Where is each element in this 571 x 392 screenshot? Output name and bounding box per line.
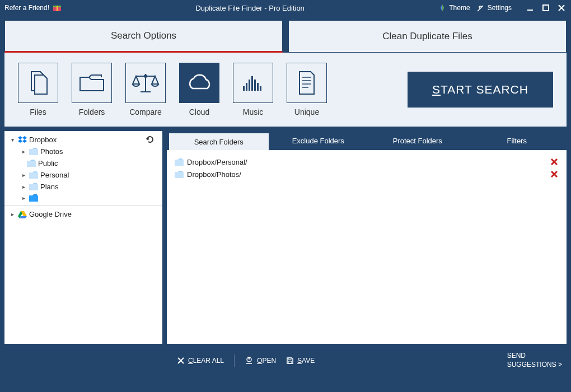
subtab-protect-folders[interactable]: Protect Folders xyxy=(368,131,467,150)
svg-rect-27 xyxy=(175,160,184,166)
app-title: Duplicate File Finder - Pro Edition xyxy=(62,4,438,12)
chevron-down-icon: ▾ xyxy=(9,137,16,143)
start-search-button[interactable]: START SEARCH xyxy=(408,72,553,108)
cloud-icon xyxy=(184,72,215,94)
close-button[interactable] xyxy=(556,3,567,13)
remove-icon[interactable] xyxy=(550,157,559,166)
refresh-icon[interactable] xyxy=(146,135,155,144)
search-folders-list: Dropbox/Personal/ Dropbox/Photos/ xyxy=(167,150,567,344)
mode-music[interactable]: Music xyxy=(233,63,273,116)
mode-cloud[interactable]: Cloud xyxy=(179,63,219,116)
subtab-label: Protect Folders xyxy=(393,137,442,145)
folder-icon xyxy=(29,194,38,202)
mode-compare[interactable]: Compare xyxy=(125,63,166,116)
files-icon xyxy=(26,69,50,96)
theme-button[interactable]: Theme xyxy=(438,4,470,12)
mode-label: Compare xyxy=(129,108,162,116)
svg-rect-2 xyxy=(57,6,58,11)
svg-rect-30 xyxy=(175,172,184,178)
list-item[interactable]: Dropbox/Personal/ xyxy=(175,156,559,168)
save-button[interactable]: SAVE xyxy=(286,357,315,365)
open-rest: PEN xyxy=(262,357,276,365)
tree-label: Public xyxy=(38,159,58,167)
tree-node-personal[interactable]: ▸ Personal xyxy=(4,169,162,181)
clear-all-button[interactable]: CLEAR ALL xyxy=(177,357,224,365)
svg-rect-25 xyxy=(29,184,38,190)
mode-label: Unique xyxy=(294,108,319,116)
svg-rect-13 xyxy=(249,80,250,91)
tab-label: Clean Duplicate Files xyxy=(382,31,472,42)
start-mnemonic: S xyxy=(432,83,441,96)
tab-search-options[interactable]: Search Options xyxy=(4,20,283,53)
svg-rect-24 xyxy=(29,172,38,179)
subtab-label: Exclude Folders xyxy=(292,137,344,145)
subtab-exclude-folders[interactable]: Exclude Folders xyxy=(269,131,368,150)
svg-rect-14 xyxy=(251,76,253,91)
folder-icon xyxy=(175,158,184,166)
svg-rect-4 xyxy=(543,5,549,11)
svg-rect-11 xyxy=(243,86,245,91)
open-icon xyxy=(245,356,254,365)
maximize-button[interactable] xyxy=(541,3,551,13)
svg-rect-16 xyxy=(257,83,259,91)
remove-icon[interactable] xyxy=(550,170,559,179)
list-path: Dropbox/Photos/ xyxy=(187,170,241,179)
tree-label: Dropbox xyxy=(29,136,57,144)
chevron-right-icon: ▸ xyxy=(20,195,27,201)
tab-label: Search Options xyxy=(111,30,176,41)
mode-label: Music xyxy=(243,108,264,116)
folder-icon xyxy=(29,183,38,190)
folder-icon xyxy=(29,148,38,155)
send-suggestions-link[interactable]: SEND SUGGESTIONS > xyxy=(507,352,562,369)
svg-rect-26 xyxy=(29,195,38,202)
unique-icon xyxy=(296,69,317,96)
chevron-right-icon: ▸ xyxy=(20,184,27,190)
folders-icon xyxy=(78,72,106,94)
footer-bar: CLEAR ALL OPEN SAVE SEND SUGGESTIONS > xyxy=(0,348,571,373)
subtab-label: Search Folders xyxy=(194,138,244,146)
folder-icon xyxy=(175,171,184,178)
mode-toolbar: Files Folders Compare Cloud Music Unique… xyxy=(4,53,567,127)
tree-node-google-drive[interactable]: ▸ Google Drive xyxy=(4,208,162,220)
svg-point-9 xyxy=(144,74,147,78)
settings-button[interactable]: Settings xyxy=(477,4,512,12)
open-button[interactable]: OPEN xyxy=(245,356,276,365)
tree-node-photos[interactable]: ▸ Photos xyxy=(4,146,162,157)
content-area: ▾ Dropbox ▸ Photos Public ▸ Personal xyxy=(0,127,571,348)
theme-icon xyxy=(438,4,446,12)
save-mnemonic: S xyxy=(297,357,302,365)
minimize-icon xyxy=(526,4,534,12)
mode-label: Cloud xyxy=(189,108,210,116)
maximize-icon xyxy=(542,4,550,12)
refer-friend-link[interactable]: Refer a Friend! xyxy=(4,4,62,12)
list-item[interactable]: Dropbox/Photos/ xyxy=(175,168,559,180)
mode-folders[interactable]: Folders xyxy=(72,63,112,116)
svg-rect-12 xyxy=(246,83,247,91)
dropbox-icon xyxy=(18,136,27,143)
mode-unique[interactable]: Unique xyxy=(287,63,327,116)
gift-icon xyxy=(53,4,62,12)
music-icon xyxy=(241,72,265,94)
close-icon xyxy=(558,4,565,12)
cloud-tree-panel: ▾ Dropbox ▸ Photos Public ▸ Personal xyxy=(4,131,162,344)
refer-label: Refer a Friend! xyxy=(4,4,49,12)
tab-clean-duplicates[interactable]: Clean Duplicate Files xyxy=(288,20,567,53)
tree-node-plans[interactable]: ▸ Plans xyxy=(4,181,162,193)
svg-rect-23 xyxy=(27,161,36,167)
subtab-label: Filters xyxy=(507,137,527,145)
minimize-button[interactable] xyxy=(525,3,535,13)
mode-files[interactable]: Files xyxy=(18,63,58,116)
tree-label: Personal xyxy=(40,171,69,179)
list-path: Dropbox/Personal/ xyxy=(187,158,247,166)
chevron-right-icon: ▸ xyxy=(9,211,16,217)
tree-node-selected[interactable]: ▸ xyxy=(4,193,162,203)
tree-node-dropbox[interactable]: ▾ Dropbox xyxy=(4,133,162,146)
open-mnemonic: O xyxy=(257,357,262,365)
svg-rect-37 xyxy=(288,358,291,360)
subtab-search-folders[interactable]: Search Folders xyxy=(169,133,269,150)
subtab-filters[interactable]: Filters xyxy=(467,131,567,150)
clear-mnemonic: C xyxy=(188,357,193,365)
wrench-icon xyxy=(477,4,485,12)
tree-node-public[interactable]: Public xyxy=(4,157,162,169)
svg-rect-17 xyxy=(260,86,261,91)
